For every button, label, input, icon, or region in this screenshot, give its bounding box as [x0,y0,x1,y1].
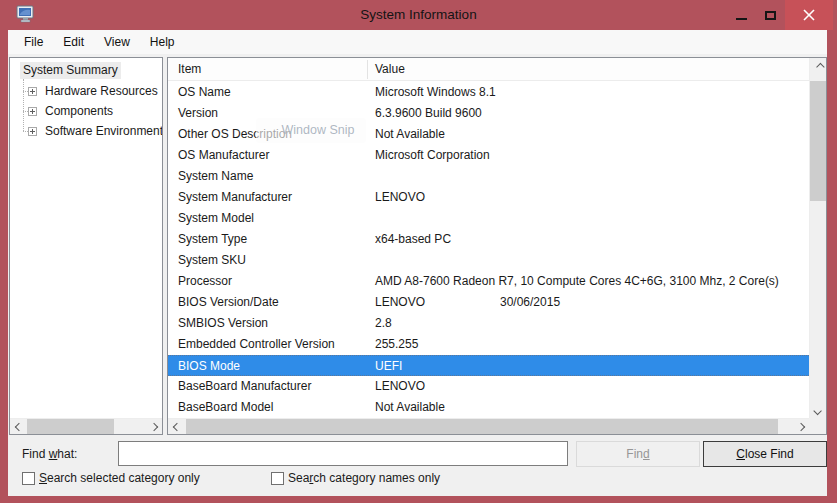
titlebar[interactable]: System Information [0,0,837,30]
expand-plus-icon[interactable] [28,127,37,136]
close-find-button[interactable]: Close Find [703,441,827,467]
checkbox-icon[interactable] [271,472,284,485]
cell-value: LENOVO [375,187,425,208]
category-tree-panel: System SummaryHardware ResourcesComponen… [9,57,163,435]
cell-value: LENOVO [375,292,425,313]
search-selected-category-checkbox-label[interactable]: Search selected category only [22,471,200,485]
tree-horizontal-scrollbar[interactable] [10,418,162,434]
cell-item: BIOS Mode [178,356,240,377]
scroll-right-icon[interactable] [145,419,162,435]
cell-item: BIOS Version/Date [178,292,279,313]
cell-item: System SKU [178,250,246,271]
scroll-left-icon[interactable] [168,419,185,435]
expand-plus-icon[interactable] [28,107,37,116]
checkbox-icon[interactable] [22,472,35,485]
cell-value: 255.255 [375,334,418,355]
table-vscroll-thumb[interactable] [810,81,827,201]
scrollbar-corner [809,418,826,434]
tree-item-label: System Summary [20,62,121,79]
menu-help[interactable]: Help [140,30,185,54]
tree-item-label: Software Environment [42,123,162,140]
table-row-system-manufacturer[interactable]: System ManufacturerLENOVO [168,187,809,208]
find-what-input[interactable] [118,441,568,466]
category-tree: System SummaryHardware ResourcesComponen… [10,58,162,418]
table-row-system-type[interactable]: System Typex64-based PC [168,229,809,250]
column-separator[interactable] [367,60,368,79]
cell-item: OS Name [178,82,231,103]
column-header-value[interactable]: Value [375,62,405,76]
scroll-right-icon[interactable] [792,419,809,435]
tree-item-label: Hardware Resources [42,83,161,100]
cell-item: System Manufacturer [178,187,292,208]
table-row-system-name[interactable]: System Name [168,166,809,187]
cell-item: Version [178,103,218,124]
cell-item: OS Manufacturer [178,145,269,166]
window-snip-tooltip-artifact: Window Snip [256,118,366,143]
table-row-smbios-version[interactable]: SMBIOS Version2.8 [168,313,809,334]
tree-item-software-environment[interactable]: Software Environment [23,122,162,140]
table-row-embedded-controller-version[interactable]: Embedded Controller Version255.255 [168,334,809,355]
cell-value: Microsoft Corporation [375,145,490,166]
table-horizontal-scrollbar[interactable] [168,418,809,434]
minimize-button[interactable] [727,0,756,30]
find-what-label: Find what: [22,447,77,461]
tree-item-hardware-resources[interactable]: Hardware Resources [23,82,161,100]
tree-item-label: Components [42,103,116,120]
cell-value: x64-based PC [375,229,451,250]
cell-value-secondary: 30/06/2015 [500,292,560,313]
table-row-bios-mode[interactable]: BIOS ModeUEFI [168,355,809,376]
table-row-baseboard-manufacturer[interactable]: BaseBoard ManufacturerLENOVO [168,376,809,397]
details-panel: Item Value OS NameMicrosoft Windows 8.1V… [167,57,827,435]
column-header-item[interactable]: Item [178,62,201,76]
cell-item: BaseBoard Manufacturer [178,376,311,397]
cell-item: System Name [178,166,253,187]
find-button[interactable]: Find [576,441,700,467]
menubar: FileEditViewHelp [8,30,827,54]
cell-value: Not Available [375,397,445,418]
table-vertical-scrollbar[interactable] [809,58,826,419]
menu-file[interactable]: File [14,30,53,54]
table-row-os-name[interactable]: OS NameMicrosoft Windows 8.1 [168,82,809,103]
tree-item-system-summary[interactable]: System Summary [20,61,121,79]
table-hscroll-thumb[interactable] [186,419,778,434]
scroll-left-icon[interactable] [10,419,27,435]
tree-hscroll-thumb[interactable] [27,419,114,434]
close-icon [803,9,815,21]
close-button[interactable] [785,0,833,30]
menu-edit[interactable]: Edit [53,30,94,54]
cell-value: UEFI [375,356,402,377]
cell-item: System Model [178,208,254,229]
table-row-system-model[interactable]: System Model [168,208,809,229]
scroll-up-icon[interactable] [810,58,827,75]
minimize-icon [736,18,747,20]
table-row-baseboard-model[interactable]: BaseBoard ModelNot Available [168,397,809,418]
client-area: FileEditViewHelp System SummaryHardware … [8,30,827,496]
table-row-processor[interactable]: ProcessorAMD A8-7600 Radeon R7, 10 Compu… [168,271,809,292]
scroll-down-icon[interactable] [810,402,827,419]
table-header: Item Value [168,58,826,81]
cell-item: Embedded Controller Version [178,334,335,355]
cell-value: Not Available [375,124,445,145]
expand-plus-icon[interactable] [28,87,37,96]
tree-item-components[interactable]: Components [23,102,116,120]
cell-value: AMD A8-7600 Radeon R7, 10 Compute Cores … [375,271,779,292]
table-row-os-manufacturer[interactable]: OS ManufacturerMicrosoft Corporation [168,145,809,166]
cell-item: Processor [178,271,232,292]
cell-item: SMBIOS Version [178,313,268,334]
cell-value: LENOVO [375,376,425,397]
maximize-icon [765,11,776,20]
table-row-bios-version-date[interactable]: BIOS Version/DateLENOVO30/06/2015 [168,292,809,313]
cell-item: System Type [178,229,247,250]
menu-view[interactable]: View [94,30,140,54]
cell-value: Microsoft Windows 8.1 [375,82,496,103]
cell-item: BaseBoard Model [178,397,273,418]
search-options-row: Search selected category only Search cat… [8,471,827,491]
maximize-button[interactable] [757,0,784,30]
table-row-system-sku[interactable]: System SKU [168,250,809,271]
cell-value: 2.8 [375,313,392,334]
cell-value: 6.3.9600 Build 9600 [375,103,482,124]
window-title: System Information [0,0,837,30]
search-category-names-checkbox-label[interactable]: Search category names only [271,471,440,485]
